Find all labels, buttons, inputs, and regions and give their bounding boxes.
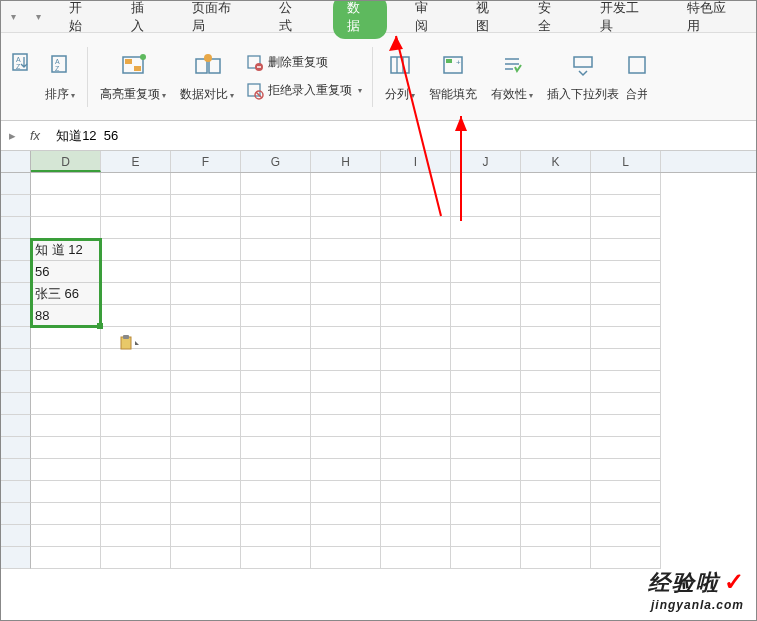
svg-text:Z: Z <box>16 63 21 70</box>
col-header[interactable]: H <box>311 151 381 172</box>
menu-item-review[interactable]: 审阅 <box>407 0 449 39</box>
menu-item-security[interactable]: 安全 <box>530 0 572 39</box>
menu-item-formula[interactable]: 公式 <box>271 0 313 39</box>
menu-item-start[interactable]: 开始 <box>61 0 103 39</box>
col-header-d[interactable]: D <box>31 151 101 172</box>
menu-item-insert[interactable]: 插入 <box>123 0 165 39</box>
svg-point-12 <box>204 54 212 62</box>
menu-bar: ▾ ▾ 开始 插入 页面布局 公式 数据 审阅 视图 安全 开发工具 特色应用 <box>1 1 756 33</box>
merge-button[interactable]: 合并 <box>627 46 647 107</box>
sort-asc-icon[interactable]: AZ <box>7 46 35 78</box>
cell[interactable]: 56 <box>31 261 101 283</box>
paste-options-icon[interactable] <box>119 335 141 353</box>
col-header[interactable]: G <box>241 151 311 172</box>
svg-rect-8 <box>134 66 141 71</box>
menu-item-view[interactable]: 视图 <box>468 0 510 39</box>
formula-bar: ▸ fx <box>1 121 756 151</box>
validity-button[interactable]: 有效性▾ <box>485 46 539 107</box>
col-header[interactable]: F <box>171 151 241 172</box>
grid-body[interactable]: 知 道 12 56 张三 66 88 <box>1 173 756 569</box>
split-column-button[interactable]: 分列▾ <box>379 46 421 107</box>
insert-dropdown-button[interactable]: 插入下拉列表 <box>541 46 625 107</box>
watermark: 经验啦 ✓ jingyanla.com <box>648 568 744 612</box>
cancel-icon[interactable]: ▸ <box>5 128 20 143</box>
fx-icon[interactable]: fx <box>24 128 46 143</box>
svg-text:A: A <box>55 58 60 65</box>
svg-rect-7 <box>125 59 132 64</box>
spreadsheet-grid[interactable]: D E F G H I J K L 知 道 12 56 张三 66 88 <box>1 151 756 569</box>
col-header[interactable]: J <box>451 151 521 172</box>
watermark-sub: jingyanla.com <box>648 598 744 612</box>
select-all-corner[interactable] <box>1 151 31 172</box>
svg-point-9 <box>140 54 146 60</box>
remove-dup-button[interactable]: 删除重复项 <box>242 51 366 75</box>
sort-button[interactable]: AZ 排序▾ <box>39 46 81 107</box>
svg-rect-21 <box>446 59 452 63</box>
menu-item-data[interactable]: 数据 <box>333 0 387 39</box>
svg-rect-27 <box>629 57 645 73</box>
svg-rect-17 <box>391 57 409 73</box>
svg-rect-11 <box>209 59 220 73</box>
check-icon: ✓ <box>724 568 744 595</box>
cell[interactable]: 知 道 12 <box>31 239 101 261</box>
menu-item-layout[interactable]: 页面布局 <box>184 0 251 39</box>
watermark-text: 经验啦 <box>648 570 720 595</box>
chevron-down-icon[interactable]: ▾ <box>36 11 41 22</box>
highlight-dup-button[interactable]: 高亮重复项▾ <box>94 46 172 107</box>
menu-item-dev[interactable]: 开发工具 <box>592 0 659 39</box>
data-compare-button[interactable]: 数据对比▾ <box>174 46 240 107</box>
col-header[interactable]: E <box>101 151 171 172</box>
cell[interactable]: 张三 66 <box>31 283 101 305</box>
chevron-down-icon[interactable]: ▾ <box>11 11 16 22</box>
svg-rect-26 <box>574 57 592 67</box>
col-header[interactable]: L <box>591 151 661 172</box>
ribbon: AZ AZ 排序▾ 高亮重复项▾ 数据对比▾ 删除重复项 拒绝录入重复项▾ <box>1 33 756 121</box>
col-header[interactable]: I <box>381 151 451 172</box>
svg-rect-10 <box>196 59 207 73</box>
svg-text:+: + <box>456 58 461 67</box>
col-header[interactable]: K <box>521 151 591 172</box>
svg-text:Z: Z <box>55 65 60 72</box>
formula-input[interactable] <box>50 124 756 147</box>
svg-rect-29 <box>123 335 129 339</box>
cell[interactable]: 88 <box>31 305 101 327</box>
menu-item-apps[interactable]: 特色应用 <box>679 0 746 39</box>
svg-text:A: A <box>16 56 21 63</box>
reject-dup-button[interactable]: 拒绝录入重复项▾ <box>242 79 366 103</box>
smart-fill-button[interactable]: + 智能填充 <box>423 46 483 107</box>
